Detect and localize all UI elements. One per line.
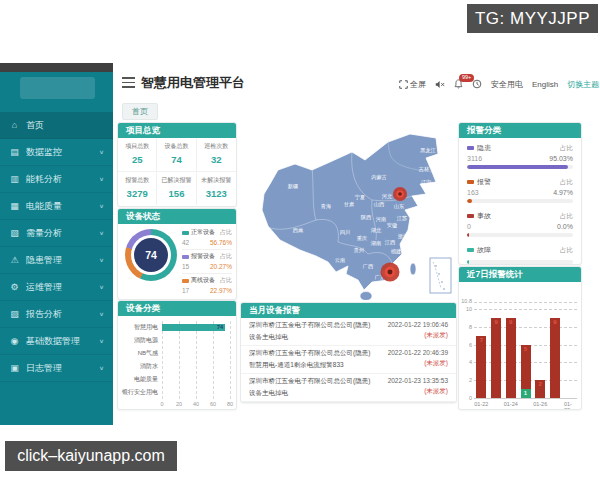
category-row: NB气感 (118, 347, 236, 360)
sidebar-item-隐患管理[interactable]: ⚠隐患管理∨ (0, 247, 113, 274)
alarm-time: 2022-01-22 19:06:46 (384, 321, 448, 328)
device-status-donut-chart: 74 (125, 229, 177, 281)
ratio-label: 占比 (560, 178, 573, 187)
province-label-黑龙江: 黑龙江 (420, 147, 436, 154)
sidebar-item-电能质量[interactable]: ▦电能质量∨ (0, 193, 113, 220)
bar-value-label: 7 (476, 337, 486, 343)
stat-value: 156 (157, 188, 195, 199)
stat-value: 32 (197, 154, 236, 165)
stat-cell: 项目总数25 (118, 138, 157, 171)
alarm-row[interactable]: 深圳市桥江五金电子有限公司3栋2东(隐患) (241, 402, 456, 403)
chevron-down-icon: ∨ (99, 338, 104, 344)
province-label-河北: 河北 (382, 193, 393, 200)
y-tick-label: 4 (459, 359, 472, 365)
alarm-category-swatch (467, 146, 474, 150)
fullscreen-button[interactable]: 全屏 (399, 79, 426, 90)
stat-cell: 设备总数74 (157, 138, 196, 171)
report-icon: ▨ (9, 309, 20, 319)
sidebar-item-label: 需量分析 (26, 227, 62, 240)
bar-segment: 1 (521, 389, 531, 398)
bar-segment: 9 (506, 318, 516, 398)
alarm-detail: 设备主电掉电 (249, 389, 384, 398)
sidebar: ⌂首页▤数据监控∨▥能耗分析∨▦电能质量∨▧需量分析∨⚠隐患管理∨⚙运维管理∨▨… (0, 72, 113, 425)
header-actions: 全屏 99+ 安全用电 English 切换主题 (399, 77, 581, 91)
bar-segment: 9 (550, 318, 560, 398)
ops-icon: ⚙ (9, 282, 20, 292)
province-label-青海: 青海 (321, 203, 331, 210)
sidebar-item-基础数据管理[interactable]: ◉基础数据管理∨ (0, 328, 113, 355)
history-button[interactable] (472, 79, 482, 89)
y-tick-label: 6 (459, 342, 472, 348)
theme-switch[interactable]: 切换主题 (567, 79, 599, 90)
sidebar-item-label: 基础数据管理 (26, 335, 80, 348)
province-label-内蒙古: 内蒙古 (371, 174, 387, 181)
alarm-category-row (467, 255, 573, 257)
alarm-time: 2022-01-22 20:46:39 (384, 349, 448, 356)
power-quality-icon: ▦ (9, 201, 20, 211)
stat-value: 3279 (118, 188, 156, 199)
stat-value: 3123 (197, 188, 236, 199)
alarm-category-row: 311695.03% (467, 153, 573, 162)
sidebar-item-运维管理[interactable]: ⚙运维管理∨ (0, 274, 113, 301)
province-label-福建: 福建 (391, 248, 401, 255)
sidebar-item-数据监控[interactable]: ▤数据监控∨ (0, 139, 113, 166)
week-alarms-panel: 近7日报警统计 024681010.8799152901-2201-2401-2… (458, 266, 582, 410)
bar-segment: 9 (491, 318, 501, 398)
sidebar-menu: ⌂首页▤数据监控∨▥能耗分析∨▦电能质量∨▧需量分析∨⚠隐患管理∨⚙运维管理∨▨… (0, 112, 113, 382)
alarm-row[interactable]: 深圳市桥江五金电子有限公司总公司(隐患)设备主电掉电2022-01-23 13:… (241, 374, 456, 402)
map-alarm-marker-core (388, 270, 393, 275)
stat-cell: 未解决报警3123 (197, 171, 236, 205)
alarm-category-value: 163 (467, 189, 479, 196)
sidebar-item-能耗分析[interactable]: ▥能耗分析∨ (0, 166, 113, 193)
language-switch[interactable]: English (532, 80, 558, 89)
legend-row: 报警设备占比 (182, 252, 232, 261)
sidebar-item-首页[interactable]: ⌂首页 (0, 112, 113, 139)
alarm-row[interactable]: 深圳市桥江五金电子有限公司总公司(隐患)智慧用电-通道1剩余电流报警833202… (241, 346, 456, 374)
safety-power-link[interactable]: 安全用电 (491, 79, 523, 90)
chevron-down-icon: ∨ (99, 311, 104, 317)
x-tick-label: 0 (160, 401, 163, 407)
y-tick-label: 8 (459, 324, 472, 330)
legend-row: 1722.97% (182, 285, 232, 294)
category-label: 电能质量 (118, 375, 161, 384)
bar-value-label: 9 (491, 319, 501, 325)
alarm-row[interactable]: 深圳市桥江五金电子有限公司总公司(隐患)设备主电掉电2022-01-22 19:… (241, 318, 456, 346)
sidebar-item-日志管理[interactable]: ▣日志管理∨ (0, 355, 113, 382)
gridline (474, 309, 577, 310)
tab-home[interactable]: 首页 (122, 103, 158, 120)
device-category-chart: 020406080智慧用电74消防电源NB气感消防水电能质量银行安全用电 (118, 316, 236, 409)
alarm-row-meta: 2022-01-23 13:35:53(未派发) (384, 377, 448, 398)
alarm-category-item: 故障占比 (459, 240, 581, 265)
alarm-category-list: 隐患占比311695.03%报警占比1634.97%事故占比00.0%故障占比 (459, 138, 581, 265)
device-category-panel: 设备分类 020406080智慧用电74消防电源NB气感消防水电能质量银行安全用… (117, 300, 237, 410)
alarm-category-name: 事故 (467, 211, 491, 221)
alarm-category-value: 3116 (467, 155, 482, 162)
alarm-category-name: 隐患 (467, 143, 491, 153)
energy-analysis-icon: ▥ (9, 174, 20, 184)
chevron-down-icon: ∨ (99, 149, 104, 155)
bar-value-label: 1 (521, 390, 531, 396)
legend-ratio-label: 占比 (220, 228, 232, 237)
legend-value: 17 (182, 287, 189, 294)
category-label: 银行安全用电 (118, 388, 161, 397)
legend-name: 离线设备 (182, 276, 215, 285)
stat-label: 设备总数 (157, 142, 195, 151)
sidebar-item-需量分析[interactable]: ▧需量分析∨ (0, 220, 113, 247)
sidebar-item-报告分析[interactable]: ▨报告分析∨ (0, 301, 113, 328)
alarm-category-row: 1634.97% (467, 187, 573, 196)
legend-value: 42 (182, 239, 189, 246)
sidebar-item-label: 能耗分析 (26, 173, 62, 186)
mute-button[interactable] (435, 80, 445, 89)
category-label: NB气感 (118, 349, 161, 358)
gridline (474, 327, 577, 328)
chevron-down-icon: ∨ (99, 257, 104, 263)
week-alarms-chart: 024681010.8799152901-2201-2401-2601-28 (459, 282, 581, 409)
y-max-label: 10.8 (459, 298, 472, 304)
alarm-category-row: 故障占比 (467, 245, 573, 255)
sidebar-item-label: 运维管理 (26, 281, 62, 294)
alarm-category-swatch (467, 214, 474, 218)
notifications-button[interactable]: 99+ (454, 79, 463, 89)
hazard-icon: ⚠ (9, 255, 20, 265)
collapse-menu-icon[interactable] (122, 77, 135, 88)
legend-entry: 报警设备占比1520.27% (182, 250, 232, 274)
